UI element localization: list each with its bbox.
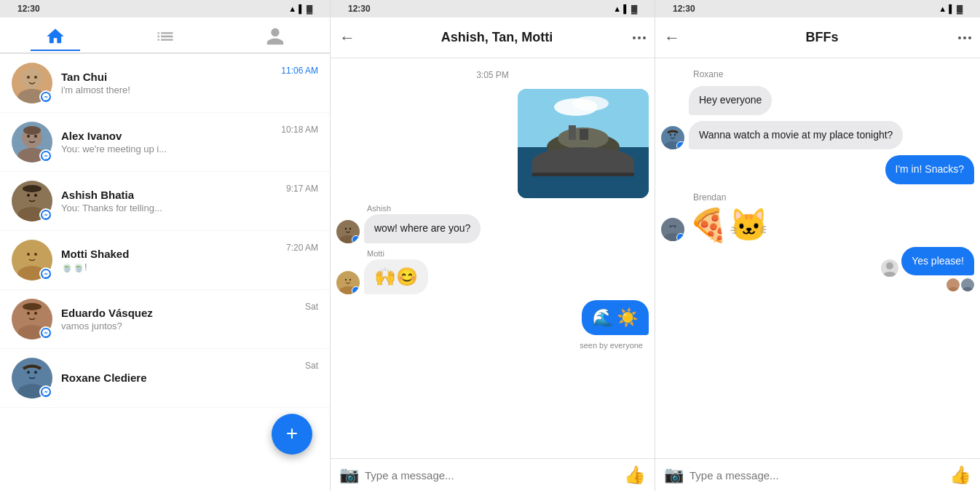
sender-label-roxane: Roxane	[693, 67, 974, 80]
nav-home[interactable]	[31, 23, 80, 51]
conv-item-roxane[interactable]: Roxane Clediere Sat	[0, 349, 330, 408]
conv-time-tan: 11:06 AM	[281, 66, 318, 76]
bffs-chat-header: ← BFFs	[655, 17, 980, 58]
like-button-3[interactable]: 👍	[949, 465, 971, 485]
like-button-2[interactable]: 👍	[624, 465, 646, 485]
conv-preview-alex: You: we're meeting up i...	[61, 144, 272, 154]
camera-icon-2[interactable]: 📷	[339, 466, 359, 484]
svg-point-38	[349, 227, 351, 229]
msg-time: 3:05 PM	[336, 70, 649, 80]
avatar-wrap-ashish	[12, 181, 52, 221]
msg-avatar-ashish	[336, 220, 360, 243]
msg-row-ashish: Ashish wow! where are you?	[336, 204, 649, 243]
signal-icon: ▌	[299, 4, 304, 13]
battery-icon: ▓	[307, 4, 312, 13]
svg-point-55	[963, 287, 973, 291]
svg-point-45	[670, 134, 671, 135]
more-button-3[interactable]	[958, 36, 971, 39]
compose-fab[interactable]: +	[272, 414, 312, 455]
svg-point-7	[34, 135, 37, 138]
messenger-badge-alex	[39, 149, 52, 162]
svg-point-8	[23, 126, 41, 135]
msg-bubble-wrap-hey: Hey everyone	[689, 86, 772, 115]
svg-point-56	[886, 262, 893, 270]
conv-time-roxane: Sat	[305, 361, 318, 371]
nav-list[interactable]	[141, 23, 190, 50]
avatar-wrap-tan	[12, 63, 52, 103]
status-bar-1: 12:30 ▲ ▌ ▓	[0, 0, 330, 17]
pizza-sticker: 🍕	[689, 209, 729, 241]
sender-label-brendan: Brendan	[693, 190, 974, 203]
msg-sender-ashish: Ashish	[367, 204, 481, 213]
conv-preview-motti: 🍵🍵!	[61, 262, 277, 272]
wave-emoji: 🌊	[592, 307, 614, 328]
svg-point-26	[34, 371, 37, 374]
time-2: 12:30	[348, 4, 371, 14]
conv-item-tan[interactable]: Tan Chui i'm almost there! 11:06 AM	[0, 54, 330, 113]
back-button-2[interactable]: ←	[339, 28, 355, 47]
seen-avatars-yes	[947, 278, 974, 291]
nav-profile[interactable]	[250, 23, 300, 50]
svg-point-3	[34, 76, 37, 79]
input-bar-3: 📷 👍	[655, 458, 980, 491]
messenger-badge-roxane	[39, 385, 52, 398]
msg-row-hey-everyone: Hey everyone	[661, 86, 974, 115]
sticker-area: 🍕 🐱	[689, 209, 769, 241]
conv-name-tan: Tan Chui	[61, 71, 272, 83]
status-bar-2: 12:30 ▲ ▌ ▓	[331, 0, 655, 17]
camera-icon-3[interactable]: 📷	[664, 466, 684, 484]
avatar-wrap-roxane	[12, 358, 52, 398]
svg-point-12	[34, 194, 37, 197]
msg-avatar-motti	[336, 271, 360, 294]
status-icons-3: ▲ ▌ ▓	[938, 4, 963, 13]
svg-point-25	[27, 371, 30, 374]
svg-point-2	[27, 76, 30, 79]
conv-item-eduardo[interactable]: Eduardo Vásquez vamos juntos? Sat	[0, 290, 330, 349]
conv-name-eduardo: Eduardo Vásquez	[61, 307, 296, 319]
wifi-icon: ▲	[288, 4, 296, 13]
svg-point-11	[27, 194, 30, 197]
conv-name-ashish: Ashish Bhatia	[61, 189, 277, 201]
messenger-badge-eduardo	[39, 326, 52, 339]
msg-avatar-roxane	[661, 126, 684, 149]
group-chat-header: ← Ashish, Tan, Motti	[331, 17, 655, 58]
conv-time-ashish: 9:17 AM	[286, 184, 318, 194]
back-button-3[interactable]: ←	[664, 28, 680, 47]
plus-icon: +	[286, 423, 298, 444]
battery-icon-2: ▓	[631, 4, 637, 13]
conv-name-motti: Motti Shaked	[61, 248, 277, 260]
conv-time-alex: 10:18 AM	[281, 125, 318, 135]
conversation-list-panel: 12:30 ▲ ▌ ▓	[0, 0, 331, 491]
seen-text: seen by everyone	[580, 341, 643, 350]
sender-name-brendan: Brendan	[693, 192, 726, 203]
svg-point-0	[22, 68, 42, 89]
conv-info-ashish: Ashish Bhatia You: Thanks for telling...	[61, 189, 277, 213]
message-input-3[interactable]	[689, 469, 944, 482]
svg-point-16	[27, 253, 30, 256]
svg-point-17	[34, 253, 37, 256]
msg-bubble-wanna: Wanna watch a movie at my place tonight?	[689, 121, 903, 150]
wifi-icon-2: ▲	[613, 4, 621, 13]
message-input-2[interactable]	[365, 469, 618, 482]
sent-photo	[518, 89, 649, 198]
seen-avatar-1	[947, 278, 960, 291]
seen-by-everyone: seen by everyone	[336, 341, 649, 350]
conv-item-motti[interactable]: Motti Shaked 🍵🍵! 7:20 AM	[0, 231, 330, 290]
conv-item-ashish[interactable]: Ashish Bhatia You: Thanks for telling...…	[0, 172, 330, 231]
wifi-icon-3: ▲	[938, 4, 947, 13]
svg-point-42	[349, 278, 351, 280]
svg-point-41	[345, 278, 347, 280]
msg-bubble-motti: 🙌😊	[364, 259, 428, 294]
more-button-2[interactable]	[633, 36, 646, 39]
status-icons-1: ▲ ▌ ▓	[288, 4, 312, 13]
svg-point-54	[965, 280, 971, 287]
conv-preview-eduardo: vamos juntos?	[61, 321, 296, 331]
signal-icon-3: ▌	[949, 4, 955, 13]
svg-point-21	[34, 312, 37, 315]
svg-point-39	[342, 275, 354, 286]
avatar-wrap-alex	[12, 122, 52, 162]
conv-info-roxane: Roxane Clediere	[61, 372, 296, 385]
conv-preview-tan: i'm almost there!	[61, 85, 272, 95]
conv-name-roxane: Roxane Clediere	[61, 372, 296, 384]
conv-item-alex[interactable]: Alex Ivanov You: we're meeting up i... 1…	[0, 113, 330, 172]
